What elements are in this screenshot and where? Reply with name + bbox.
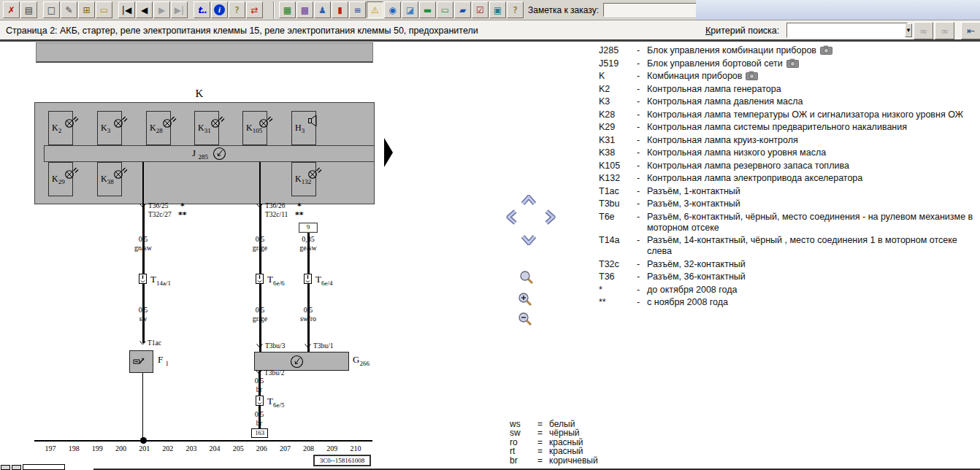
next-page-button[interactable]: ▶ — [153, 1, 170, 18]
vehicle-data-button[interactable]: ▭ — [96, 1, 112, 18]
media-button[interactable]: ▦ — [279, 1, 296, 18]
lamp-box-k105: K105 — [242, 111, 267, 145]
legend-row: K28 - Контрольная лампа температуры ОЖ и… — [599, 109, 974, 120]
edit-order-button[interactable]: ✎ — [61, 1, 77, 18]
magnifier-icon[interactable] — [518, 269, 535, 285]
legend-term: T3bu — [599, 199, 637, 209]
track-number: 201 — [133, 444, 156, 452]
cluster-designation: K — [188, 88, 210, 100]
control-unit-j285: J 285 — [44, 145, 375, 162]
clipped-control — [12, 465, 21, 470]
indicator-lamp-icon — [259, 115, 275, 128]
legend-text: Контрольная лампа резервного запаса топл… — [647, 161, 849, 171]
toolbar-group-tools: t.. i ? ⇄ — [194, 1, 263, 18]
abort-button[interactable]: ✗ — [3, 1, 20, 18]
zoom-in-icon[interactable] — [517, 291, 533, 307]
pan-up-icon[interactable] — [521, 195, 537, 206]
wire-color-row: rt = красный — [510, 447, 598, 455]
checklist-button[interactable]: ☑ — [472, 1, 489, 18]
wire-tag: T3bu/2 — [264, 369, 284, 377]
gauge-icon — [213, 147, 226, 161]
warning-button[interactable]: ⚠ — [367, 1, 383, 18]
pan-down-icon[interactable] — [521, 234, 537, 245]
wire-color-name: красный — [549, 447, 598, 455]
legend-row: J519 - Блок управления бортовой сети — [599, 58, 974, 69]
combobox-dropdown-icon[interactable]: ▼ — [905, 23, 912, 37]
vehicle-info-button[interactable]: ▰ — [454, 1, 471, 18]
zoom-out-icon[interactable] — [517, 311, 533, 327]
track-number: 203 — [180, 444, 203, 452]
camera-icon[interactable] — [820, 45, 832, 55]
legend-term: K28 — [599, 109, 637, 120]
fuse-icon — [133, 356, 145, 367]
track-number: 198 — [62, 444, 85, 452]
legend-term: K132 — [599, 173, 637, 184]
camera-icon[interactable] — [746, 71, 758, 80]
globe-button[interactable]: ◉ — [384, 1, 401, 18]
compare-button[interactable]: ⇄ — [246, 1, 263, 18]
wire-tag: T32c/27 — [148, 211, 172, 218]
customer-button[interactable]: ♟ — [314, 1, 331, 18]
pan-right-icon[interactable] — [545, 209, 556, 226]
print-button[interactable]: ▤ — [20, 1, 37, 18]
measure-button[interactable]: ◪ — [402, 1, 418, 18]
legend-text: с ноября 2008 года — [647, 297, 728, 307]
list-button[interactable]: ≡ — [349, 1, 366, 18]
legend-text: Блок управления бортовой сети — [647, 58, 783, 69]
pan-left-icon[interactable] — [507, 209, 518, 226]
modules-button[interactable]: ▩ — [296, 1, 313, 18]
search-criteria-combobox[interactable]: ▼ — [786, 23, 908, 38]
component-button[interactable]: ▬ — [419, 1, 436, 18]
vehicle-green-button[interactable]: ▭ — [437, 1, 453, 18]
legend-text: Разъём, 36-контактный — [647, 271, 746, 282]
part-number-box: 3C0--158161008 — [313, 455, 371, 466]
doc-help-button[interactable]: ? — [507, 1, 524, 18]
legend-dash: - — [637, 147, 647, 158]
track-number: 205 — [226, 444, 250, 452]
track-number: 206 — [250, 444, 273, 452]
equals-sign: = — [537, 447, 549, 455]
last-page-button[interactable]: ▶| — [171, 1, 188, 18]
help-button[interactable]: ? — [229, 1, 245, 18]
equals-sign: = — [537, 428, 549, 437]
prev-page-button[interactable]: ◀ — [136, 1, 153, 18]
connector-label: T14a/1 — [150, 274, 171, 287]
legend-text: Контрольная лампа системы предварительно… — [647, 122, 907, 132]
search-criteria-input[interactable] — [787, 23, 905, 37]
legend-row: K105 - Контрольная лампа резервного запа… — [599, 161, 974, 172]
indicator-lamp-icon — [162, 115, 178, 128]
wire-gauge: 0,5 — [286, 306, 330, 314]
new-order-button[interactable]: □ — [43, 1, 60, 18]
search-backward-button[interactable]: ∞ — [935, 22, 954, 39]
connector-icon — [256, 274, 264, 284]
manual-button[interactable]: ▮ — [332, 1, 348, 18]
wire-color-key: ws = белый sw = чёрный ro = красный rt =… — [510, 420, 598, 465]
page-title: Страница 2: АКБ, стартер, реле электропи… — [6, 26, 478, 36]
source-node-9: 9 — [299, 223, 318, 233]
indicator-lamp-icon — [64, 115, 80, 128]
info-button[interactable]: i — [211, 1, 228, 18]
legend-dash: - — [637, 186, 647, 197]
legend-term: K105 — [599, 161, 637, 172]
legend-text: Разъём, 3-контактный — [647, 199, 740, 209]
wire-color-code: sw — [510, 428, 537, 437]
jump-button[interactable]: t.. — [194, 1, 210, 18]
camera-icon[interactable] — [786, 58, 799, 68]
first-page-button[interactable]: |◀ — [118, 1, 135, 18]
legend-dash: - — [637, 271, 647, 282]
legend-text: Контрольная лампа температуры ОЖ и сигна… — [647, 109, 963, 120]
indicator-lamp-icon — [113, 115, 129, 128]
new-note-button[interactable]: ⊞ — [78, 1, 95, 18]
tools-button[interactable]: ▣ — [489, 1, 506, 18]
footnote-mark: ** — [295, 210, 304, 220]
wire-color-name: коричневый — [549, 456, 598, 465]
search-forward-button[interactable]: ∞ — [914, 22, 933, 39]
outline-left-button[interactable]: ⇤ — [961, 22, 980, 39]
order-note-input[interactable] — [603, 3, 697, 17]
legend-dash: - — [637, 71, 647, 82]
connector-label: T6e/5 — [267, 396, 284, 409]
next-diagram-arrow-icon[interactable] — [384, 138, 393, 167]
wire-color: br — [237, 419, 281, 427]
legend-dash: - — [637, 122, 647, 133]
legend-dash: - — [637, 235, 647, 257]
